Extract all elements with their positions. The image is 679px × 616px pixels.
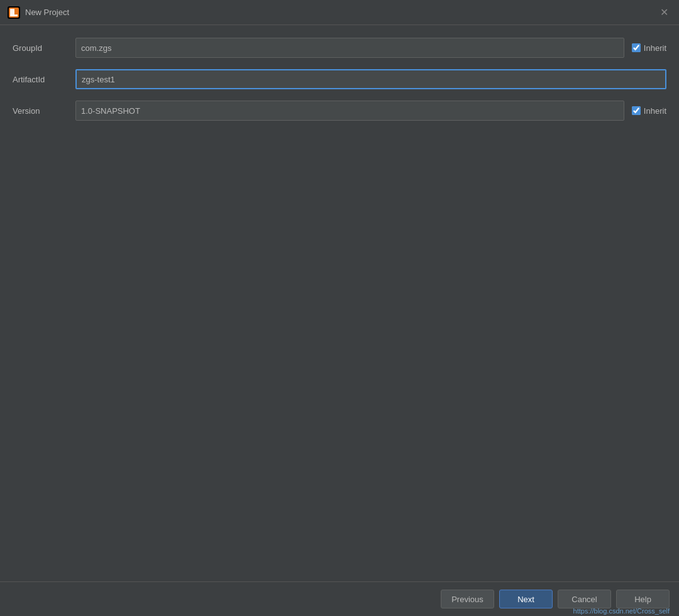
- next-button[interactable]: Next: [499, 590, 553, 608]
- version-row: Version Inherit: [13, 101, 666, 121]
- group-id-row: GroupId Inherit: [13, 38, 666, 58]
- version-input[interactable]: [75, 101, 624, 121]
- content-area: GroupId Inherit ArtifactId Version Inher…: [0, 25, 679, 581]
- new-project-window: New Project ✕ GroupId Inherit ArtifactId…: [0, 0, 679, 616]
- content-spacer: [13, 132, 666, 581]
- window-title: New Project: [25, 8, 69, 17]
- artifact-id-input[interactable]: [75, 69, 666, 89]
- watermark: https://blog.csdn.net/Cross_self: [573, 607, 670, 615]
- app-icon: [8, 6, 20, 19]
- group-id-inherit-label[interactable]: Inherit: [632, 43, 666, 53]
- svg-rect-3: [10, 14, 18, 16]
- group-id-input[interactable]: [75, 38, 624, 58]
- group-id-inherit-checkbox[interactable]: [632, 43, 641, 52]
- close-button[interactable]: ✕: [656, 5, 671, 20]
- bottom-bar: Previous Next Cancel Help https://blog.c…: [0, 581, 679, 616]
- version-inherit-label[interactable]: Inherit: [632, 106, 666, 116]
- version-label: Version: [13, 106, 75, 116]
- previous-button[interactable]: Previous: [441, 590, 494, 608]
- version-inherit-checkbox[interactable]: [632, 106, 641, 115]
- cancel-button[interactable]: Cancel: [558, 590, 611, 608]
- title-bar-left: New Project: [8, 6, 69, 19]
- help-button[interactable]: Help: [616, 590, 670, 608]
- title-bar: New Project ✕: [0, 0, 679, 25]
- artifact-id-label: ArtifactId: [13, 75, 75, 84]
- group-id-label: GroupId: [13, 43, 75, 53]
- artifact-id-row: ArtifactId: [13, 69, 666, 89]
